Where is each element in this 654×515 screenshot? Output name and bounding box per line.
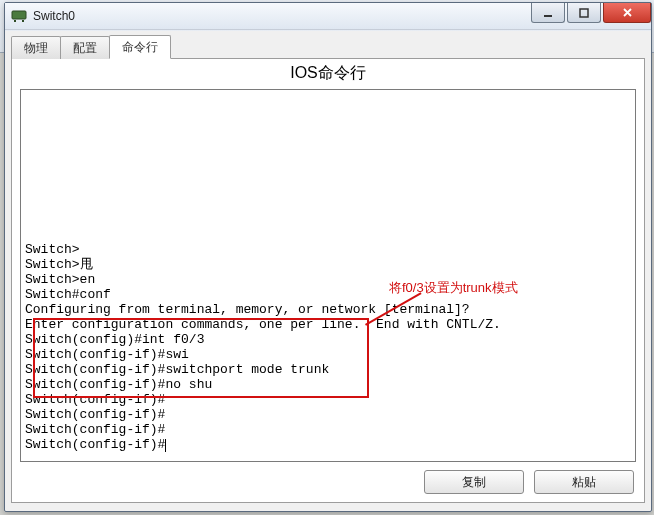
terminal-cursor [165,439,166,452]
svg-rect-0 [12,11,26,19]
svg-rect-2 [22,20,24,22]
terminal-line: Switch>en [25,272,631,287]
tab-physical[interactable]: 物理 [11,36,61,59]
switch0-window: Switch0 物理 配置 命令行 IOS命令行 Switch>Switch>甩… [4,2,652,512]
copy-button[interactable]: 复制 [424,470,524,494]
tab-config[interactable]: 配置 [60,36,110,59]
annotation-label: 将f0/3设置为trunk模式 [389,279,518,297]
page-title: IOS命令行 [12,59,644,90]
terminal-line: Switch> [25,242,631,257]
app-icon [11,8,27,24]
paste-button[interactable]: 粘贴 [534,470,634,494]
terminal-line: Switch#conf [25,287,631,302]
terminal-line: Switch(config-if)#swi [25,347,631,362]
terminal-line: Switch>甩 [25,257,631,272]
terminal-line: Switch(config-if)# [25,407,631,422]
terminal-line: Switch(config-if)#no shu [25,377,631,392]
maximize-button[interactable] [567,3,601,23]
terminal-line: Switch(config)#int f0/3 [25,332,631,347]
minimize-button[interactable] [531,3,565,23]
terminal-scroll[interactable]: Switch>Switch>甩Switch>enSwitch#confConfi… [21,90,635,461]
svg-rect-1 [14,20,16,22]
terminal-line: Configuring from terminal, memory, or ne… [25,302,631,317]
titlebar[interactable]: Switch0 [5,3,651,30]
footer-buttons: 复制 粘贴 [424,470,634,494]
terminal-output[interactable]: Switch>Switch>甩Switch>enSwitch#confConfi… [21,90,635,461]
terminal-line: Enter configuration commands, one per li… [25,317,631,332]
terminal-line: Switch(config-if)# [25,437,631,452]
cli-tab-page: IOS命令行 Switch>Switch>甩Switch>enSwitch#co… [11,59,645,503]
terminal-line: Switch(config-if)#switchport mode trunk [25,362,631,377]
window-controls [531,3,651,23]
tab-cli[interactable]: 命令行 [109,35,171,59]
terminal-line: Switch(config-if)# [25,422,631,437]
terminal-line: Switch(config-if)# [25,392,631,407]
svg-rect-4 [580,9,588,17]
terminal-container: Switch>Switch>甩Switch>enSwitch#confConfi… [20,89,636,462]
close-button[interactable] [603,3,651,23]
tabstrip: 物理 配置 命令行 [11,34,645,59]
svg-rect-3 [544,15,552,17]
window-title: Switch0 [33,9,75,23]
